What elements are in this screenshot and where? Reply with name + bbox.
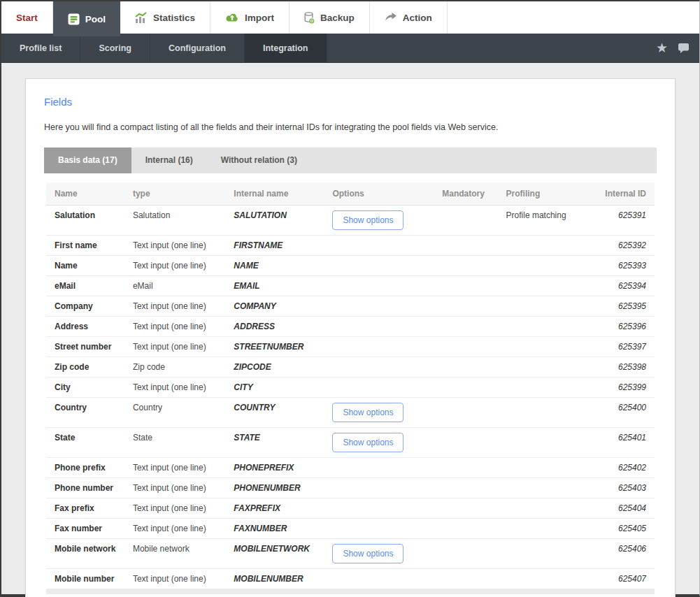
- table-row: Company Text input (one line) COMPANY 62…: [46, 296, 655, 317]
- field-internal-name-cell: CITY: [225, 377, 324, 398]
- tab-without-relation[interactable]: Without relation (3): [207, 148, 311, 173]
- tab-internal[interactable]: Internal (16): [131, 148, 207, 173]
- show-options-button[interactable]: Show options: [332, 544, 403, 563]
- nav-tab-action[interactable]: Action: [370, 1, 448, 34]
- field-profiling-cell: [498, 428, 597, 458]
- nav-tab-action-label: Action: [403, 13, 432, 23]
- field-options-cell: [324, 377, 434, 398]
- field-internal-name-cell: FAXPREFIX: [225, 498, 324, 519]
- field-name-cell: Phone number: [46, 478, 124, 498]
- field-internal-name-cell: SALUTATION: [225, 206, 324, 236]
- field-options-cell: [324, 478, 434, 498]
- subnav-tab-profile-list[interactable]: Profile list: [1, 34, 80, 62]
- field-type-cell: Text input (one line): [124, 519, 225, 539]
- sub-navigation: Profile list Scoring Configuration Integ…: [1, 34, 699, 63]
- table-row: Fax number Text input (one line) FAXNUMB…: [46, 519, 655, 539]
- field-internal-name-cell: FAXNUMBER: [225, 519, 324, 539]
- field-type-cell: Text input (one line): [124, 337, 225, 357]
- field-profiling-cell: [498, 498, 597, 519]
- field-options-cell: [324, 236, 434, 256]
- subnav-tab-integration[interactable]: Integration: [245, 34, 327, 62]
- field-mandatory-cell: [434, 478, 497, 498]
- field-mandatory-cell: [434, 276, 497, 296]
- field-name-cell: Fax prefix: [46, 498, 124, 519]
- subnav-tab-scoring[interactable]: Scoring: [80, 34, 150, 62]
- import-cloud-icon: [225, 13, 239, 23]
- subnav-tab-integration-label: Integration: [263, 43, 308, 53]
- backup-database-icon: [304, 12, 315, 24]
- field-internal-name-cell: MOBILENETWORK: [225, 539, 324, 569]
- field-profiling-cell: [498, 458, 597, 478]
- nav-tab-pool-label: Pool: [85, 14, 106, 24]
- field-options-cell: [324, 296, 434, 317]
- action-arrow-icon: [385, 13, 397, 22]
- field-options-cell: [324, 458, 434, 478]
- field-mandatory-cell: [434, 398, 497, 428]
- field-internal-id-cell: 625396: [597, 317, 655, 337]
- field-type-cell: Country: [124, 398, 225, 428]
- field-internal-name-cell: COUNTRY: [225, 398, 324, 428]
- nav-tab-import-label: Import: [245, 13, 274, 23]
- nav-tab-statistics[interactable]: Statistics: [120, 1, 210, 34]
- field-name-cell: Mobile number: [46, 569, 124, 589]
- field-options-cell: [324, 337, 434, 357]
- subnav-tab-configuration-label: Configuration: [169, 43, 226, 53]
- field-type-cell: Text input (one line): [124, 256, 225, 276]
- field-name-cell: Country: [46, 398, 124, 428]
- statistics-icon: [135, 12, 148, 23]
- page-description: Here you will find a compact listing of …: [44, 122, 657, 132]
- field-options-cell: [324, 498, 434, 519]
- table-row: eMail eMail EMAIL 625394: [46, 276, 655, 296]
- show-options-button[interactable]: Show options: [332, 403, 403, 422]
- field-options-cell: [324, 276, 434, 296]
- favorite-star-icon[interactable]: ★: [656, 41, 668, 55]
- subnav-tab-configuration[interactable]: Configuration: [150, 34, 245, 62]
- field-type-cell: Mobile network: [124, 539, 225, 569]
- field-name-cell: Address: [46, 317, 124, 337]
- field-type-cell: Text input (one line): [124, 296, 225, 317]
- field-mandatory-cell: [434, 206, 497, 236]
- field-profiling-cell: [498, 519, 597, 539]
- field-options-cell: Show options: [324, 539, 434, 569]
- show-options-button[interactable]: Show options: [332, 433, 403, 452]
- nav-tab-start[interactable]: Start: [1, 1, 53, 34]
- table-row: First name Text input (one line) FIRSTNA…: [46, 236, 655, 256]
- field-name-cell: First name: [46, 236, 124, 256]
- field-internal-id-cell: 625405: [597, 519, 655, 539]
- field-internal-id-cell: 625401: [597, 428, 655, 458]
- field-internal-name-cell: MOBILENUMBER: [225, 569, 324, 589]
- field-internal-id-cell: 625406: [597, 539, 655, 569]
- col-header-options: Options: [324, 182, 434, 206]
- nav-tab-import[interactable]: Import: [210, 1, 290, 34]
- tab-basis-data[interactable]: Basis data (17): [44, 148, 131, 173]
- field-internal-name-cell: PHONENUMBER: [225, 478, 324, 498]
- field-mandatory-cell: [434, 539, 497, 569]
- table-row: Phone number Text input (one line) PHONE…: [46, 478, 655, 498]
- field-type-cell: State: [124, 428, 225, 458]
- field-internal-id-cell: 625402: [597, 458, 655, 478]
- nav-tab-backup[interactable]: Backup: [290, 1, 370, 34]
- field-type-cell: Text input (one line): [124, 377, 225, 398]
- field-name-cell: Street number: [46, 337, 124, 357]
- fields-table-body: Salutation Salutation SALUTATION Show op…: [46, 206, 655, 589]
- field-name-cell: Zip code: [46, 357, 124, 377]
- field-profiling-cell: [498, 236, 597, 256]
- tab-strip-filler: [311, 148, 657, 173]
- field-name-cell: City: [46, 377, 124, 398]
- field-profiling-cell: [498, 276, 597, 296]
- field-profiling-cell: [498, 539, 597, 569]
- field-internal-name-cell: EMAIL: [225, 276, 324, 296]
- table-row: Fax prefix Text input (one line) FAXPREF…: [46, 498, 655, 519]
- field-type-cell: Text input (one line): [124, 498, 225, 519]
- field-options-cell: [324, 357, 434, 377]
- nav-tab-pool[interactable]: Pool: [53, 1, 120, 36]
- fields-table: Name type Internal name Options Mandator…: [46, 182, 655, 589]
- field-name-cell: Salutation: [46, 206, 124, 236]
- feedback-bubble-icon[interactable]: [678, 43, 690, 54]
- field-internal-name-cell: FIRSTNAME: [225, 236, 324, 256]
- field-profiling-cell: Profile matching: [498, 206, 597, 236]
- table-header-row: Name type Internal name Options Mandator…: [46, 182, 655, 206]
- field-name-cell: State: [46, 428, 124, 458]
- show-options-button[interactable]: Show options: [332, 210, 403, 230]
- field-internal-name-cell: ADDRESS: [225, 317, 324, 337]
